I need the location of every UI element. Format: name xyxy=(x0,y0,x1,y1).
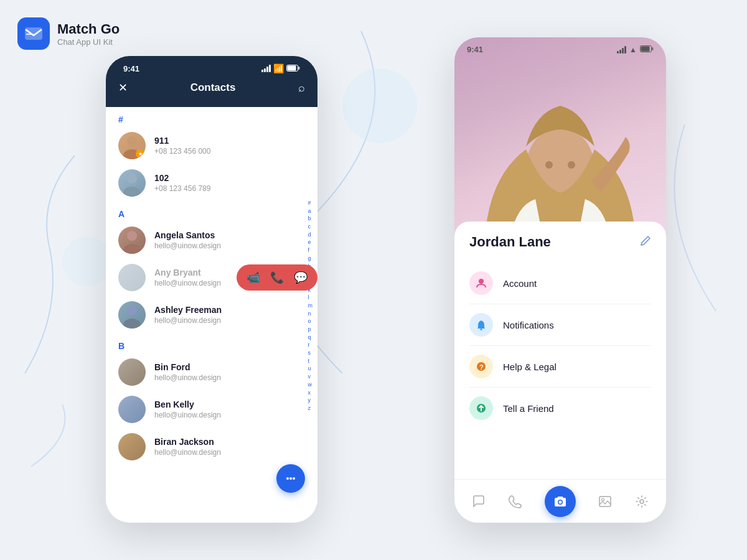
svg-rect-20 xyxy=(652,47,654,50)
logo-text-group: Match Go Chat App UI Kit xyxy=(57,21,120,47)
svg-point-1 xyxy=(62,236,112,286)
contacts-header: 9:41 📶 ✕ Conta xyxy=(106,56,317,107)
contact-email-biran: hello@uinow.design xyxy=(154,448,305,457)
svg-point-25 xyxy=(568,161,575,169)
contact-info-angela: Angela Santos hello@uinow.design xyxy=(154,230,305,250)
contact-row-bin[interactable]: Bin Ford hello@uinow.design xyxy=(106,353,317,391)
svg-point-27 xyxy=(481,329,482,330)
section-b: B xyxy=(106,334,317,353)
svg-point-0 xyxy=(342,68,417,143)
contact-name-ben: Ben Kelly xyxy=(154,399,305,409)
app-subtitle: Chat App UI Kit xyxy=(57,37,120,47)
time-2: 9:41 xyxy=(467,45,483,54)
menu-item-account[interactable]: Account xyxy=(469,263,651,304)
contact-email-bin: hello@uinow.design xyxy=(154,373,305,382)
contact-row-angela[interactable]: Angela Santos hello@uinow.design xyxy=(106,222,317,259)
video-call-button[interactable]: 📹 xyxy=(247,271,260,284)
menu-item-notifications[interactable]: Notifications xyxy=(469,304,651,346)
svg-text:?: ? xyxy=(479,363,484,371)
nav-call[interactable] xyxy=(509,495,522,508)
contact-row-ashley[interactable]: Ashley Freeman hello@uinow.design xyxy=(106,296,317,334)
contact-row-911[interactable]: ★ 911 +08 123 456 000 xyxy=(106,127,317,164)
logo-icon xyxy=(17,17,50,50)
contact-info-bin: Bin Ford hello@uinow.design xyxy=(154,362,305,382)
bottom-nav xyxy=(454,479,666,523)
call-button[interactable]: 📞 xyxy=(270,271,284,284)
contact-name-biran: Biran Jackson xyxy=(154,437,305,447)
profile-name-row: Jordan Lane xyxy=(469,234,651,250)
contact-info-102: 102 +08 123 456 789 xyxy=(154,173,305,193)
svg-point-35 xyxy=(640,500,644,503)
svg-point-13 xyxy=(127,306,137,315)
contact-row-any[interactable]: Any Bryant hello@uinow.design 📹 📞 💬 xyxy=(106,259,317,296)
profile-name: Jordan Lane xyxy=(469,234,551,250)
status-bar-2: 9:41 ▲ xyxy=(454,37,666,59)
help-icon-circle: ? xyxy=(469,355,493,378)
contact-name-ashley: Ashley Freeman xyxy=(154,305,305,315)
wifi-icon: 📶 xyxy=(273,63,284,73)
status-bar-1: 9:41 📶 xyxy=(118,56,305,78)
contact-row-ben[interactable]: Ben Kelly hello@uinow.design xyxy=(106,391,317,428)
star-badge-911: ★ xyxy=(136,149,144,158)
section-a: A xyxy=(106,202,317,222)
svg-point-9 xyxy=(127,174,137,184)
svg-point-15 xyxy=(286,477,289,480)
nav-chat[interactable] xyxy=(472,495,486,508)
contact-name-911: 911 xyxy=(154,136,305,146)
account-label: Account xyxy=(503,278,537,289)
contacts-nav-bar: ✕ Contacts ⌕ xyxy=(118,78,305,97)
alpha-index: # a b c d e f g h i j k l m n o p q r s … xyxy=(308,200,313,413)
avatar-102 xyxy=(118,169,146,197)
contact-row-102[interactable]: 102 +08 123 456 789 xyxy=(106,164,317,202)
app-title: Match Go xyxy=(57,21,120,37)
nav-camera[interactable] xyxy=(545,486,576,517)
svg-rect-5 xyxy=(288,65,296,70)
avatar-any xyxy=(118,264,146,291)
contact-name-102: 102 xyxy=(154,173,305,183)
menu-item-tell-friend[interactable]: Tell a Friend xyxy=(469,388,651,429)
avatar-bin xyxy=(118,358,146,386)
avatar-ashley xyxy=(118,301,146,329)
svg-point-11 xyxy=(127,231,137,241)
contacts-phone: 9:41 📶 ✕ Conta xyxy=(106,56,317,523)
help-label: Help & Legal xyxy=(503,362,557,372)
notifications-icon-circle xyxy=(469,313,493,337)
contact-name-angela: Angela Santos xyxy=(154,230,305,240)
account-icon-circle xyxy=(469,271,493,295)
menu-item-help[interactable]: ? Help & Legal xyxy=(469,346,651,388)
close-icon[interactable]: ✕ xyxy=(118,81,128,95)
fab-button[interactable] xyxy=(276,464,305,493)
svg-point-26 xyxy=(479,279,484,284)
svg-rect-33 xyxy=(599,497,611,506)
svg-rect-19 xyxy=(641,47,650,52)
profile-content: Jordan Lane Account xyxy=(454,222,666,429)
signal-icon-2 xyxy=(617,46,626,54)
wifi-icon-2: ▲ xyxy=(629,45,637,54)
profile-phone: 9:41 ▲ xyxy=(454,37,666,523)
contacts-body: # ★ 911 +08 123 456 000 102 +08 123 45 xyxy=(106,107,317,505)
contact-email-angela: hello@uinow.design xyxy=(154,241,305,250)
avatar-biran xyxy=(118,433,146,460)
avatar-911: ★ xyxy=(118,132,146,159)
contact-phone-911: +08 123 456 000 xyxy=(154,147,305,156)
svg-point-10 xyxy=(123,187,141,197)
contact-info-911: 911 +08 123 456 000 xyxy=(154,136,305,156)
nav-gallery[interactable] xyxy=(598,495,612,508)
contact-info-ben: Ben Kelly hello@uinow.design xyxy=(154,399,305,419)
tell-friend-icon-circle xyxy=(469,396,493,420)
edit-icon[interactable] xyxy=(640,235,651,250)
svg-point-32 xyxy=(558,500,561,503)
time-1: 9:41 xyxy=(123,64,139,73)
swipe-actions: 📹 📞 💬 xyxy=(237,264,317,291)
contact-row-biran[interactable]: Biran Jackson hello@uinow.design xyxy=(106,428,317,465)
message-button[interactable]: 💬 xyxy=(294,271,308,284)
status-icons-2: ▲ xyxy=(617,45,654,54)
app-logo: Match Go Chat App UI Kit xyxy=(17,17,120,50)
contacts-title: Contacts xyxy=(190,82,236,94)
search-icon[interactable]: ⌕ xyxy=(298,82,305,95)
status-icons-1: 📶 xyxy=(261,63,300,73)
section-hash: # xyxy=(106,107,317,127)
nav-settings[interactable] xyxy=(635,495,649,508)
tell-friend-label: Tell a Friend xyxy=(503,403,554,414)
svg-rect-6 xyxy=(298,67,300,70)
